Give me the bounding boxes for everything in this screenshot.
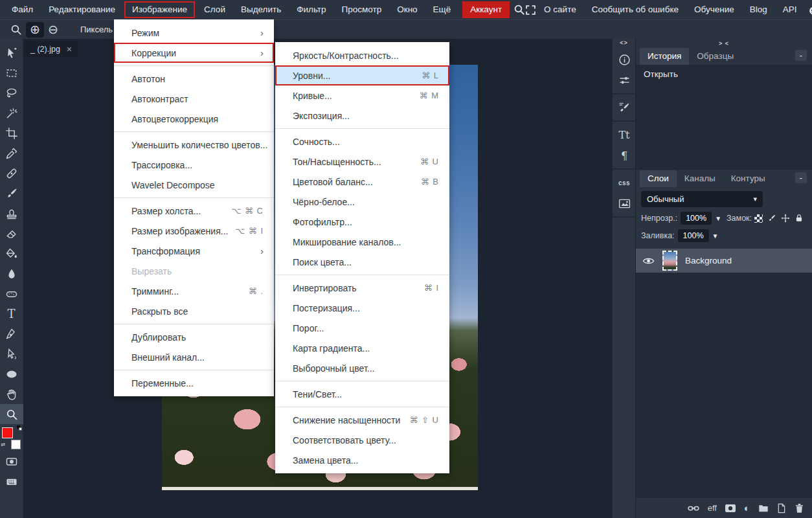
eraser-tool[interactable] — [0, 223, 23, 243]
add-mask-icon[interactable] — [725, 504, 736, 512]
menu-more[interactable]: Ещё — [425, 0, 459, 19]
menu-item-reduce-colors[interactable]: Уменьшить количество цветов... — [114, 135, 274, 155]
menu-item-exposure[interactable]: Экспозиция... — [275, 106, 449, 126]
tab-swatches[interactable]: Образцы — [689, 48, 741, 65]
new-layer-icon[interactable] — [777, 503, 786, 513]
menu-item-replace-color[interactable]: Замена цвета... — [275, 450, 449, 470]
link-about[interactable]: О сайте — [536, 0, 584, 19]
clone-stamp-tool[interactable] — [0, 203, 23, 223]
magic-wand-tool[interactable] — [0, 103, 23, 123]
menu-view[interactable]: Просмотр — [334, 0, 390, 19]
sponge-tool[interactable] — [0, 284, 23, 304]
link-layers-icon[interactable] — [688, 504, 699, 512]
opacity-dropdown-icon[interactable]: ▼ — [715, 215, 721, 222]
close-tab-icon[interactable]: × — [67, 44, 72, 54]
menu-item-selective-color[interactable]: Выборочный цвет... — [275, 358, 449, 378]
zoom-out-button[interactable]: ⊖ — [44, 22, 62, 38]
layer-thumbnail[interactable] — [662, 251, 677, 271]
menu-layer[interactable]: Слой — [196, 0, 233, 19]
opacity-value[interactable]: 100% — [681, 212, 712, 225]
color-swatches[interactable]: ⇄ — [0, 424, 23, 451]
menu-item-autocolor[interactable]: Автоцветокоррекция — [114, 109, 274, 129]
menu-item-black-white[interactable]: Чёрно-белое... — [275, 192, 449, 212]
css-panel-icon[interactable]: css — [613, 172, 636, 193]
history-entry-open[interactable]: Открыть — [636, 65, 812, 84]
menu-edit[interactable]: Редактирование — [41, 0, 123, 19]
link-report[interactable]: Сообщить об ошибке — [584, 0, 686, 19]
menu-item-color-lookup[interactable]: Поиск цвета... — [275, 252, 449, 272]
menu-item-variables[interactable]: Переменные... — [114, 373, 274, 393]
menu-item-mode[interactable]: Режим › — [114, 23, 274, 43]
layer-effects-icon[interactable]: eff — [708, 503, 717, 513]
document-tab[interactable]: _ (2).jpg × — [24, 41, 78, 57]
search-icon[interactable] — [513, 0, 525, 19]
reddit-icon[interactable] — [805, 0, 812, 19]
menu-item-levels[interactable]: Уровни... ⌘ L — [275, 65, 449, 85]
collapse-history-button[interactable]: - — [795, 50, 807, 61]
menu-item-desaturate[interactable]: Снижение насыщенности ⌘ ⇧ U — [275, 410, 449, 430]
new-folder-icon[interactable] — [758, 504, 769, 513]
brush-settings-panel-icon[interactable] — [613, 97, 636, 118]
menu-item-color-balance[interactable]: Цветовой баланс... ⌘ B — [275, 172, 449, 192]
tab-paths[interactable]: Контуры — [723, 170, 773, 187]
menu-file[interactable]: Файл — [4, 0, 41, 19]
menu-window[interactable]: Окно — [389, 0, 425, 19]
image-panel-icon[interactable] — [613, 193, 636, 214]
pen-tool[interactable] — [0, 324, 23, 344]
link-learn[interactable]: Обучение — [686, 0, 742, 19]
menu-item-reveal-all[interactable]: Раскрыть все — [114, 301, 274, 321]
menu-item-posterize[interactable]: Постеризация... — [275, 298, 449, 318]
eyedropper-tool[interactable] — [0, 143, 23, 163]
keyboard-shortcuts-icon[interactable] — [0, 471, 23, 491]
menu-item-autotone[interactable]: Автотон — [114, 69, 274, 89]
menu-item-photo-filter[interactable]: Фотофильтр... — [275, 212, 449, 232]
fill-value[interactable]: 100% — [678, 229, 709, 242]
tab-history[interactable]: История — [640, 48, 689, 65]
menu-item-channel-mixer[interactable]: Микширование каналов... — [275, 232, 449, 252]
menu-image[interactable]: Изображение — [124, 1, 195, 18]
quick-mask-toggle[interactable] — [0, 451, 23, 471]
menu-item-match-color[interactable]: Соответствовать цвету... — [275, 430, 449, 450]
menu-item-trim[interactable]: Тримминг... ⌘ . — [114, 281, 274, 301]
swap-colors-icon[interactable]: ⇄ — [1, 442, 6, 447]
brush-tool[interactable] — [0, 183, 23, 203]
delete-layer-icon[interactable] — [795, 503, 804, 513]
lasso-tool[interactable] — [0, 83, 23, 103]
layer-row-background[interactable]: Background — [636, 249, 812, 273]
fill-dropdown-icon[interactable]: ▼ — [712, 232, 719, 240]
menu-item-image-size[interactable]: Размер изображения... ⌥ ⌘ I — [114, 221, 274, 241]
menu-item-vibrance[interactable]: Сочность... — [275, 131, 449, 152]
info-panel-icon[interactable] — [613, 49, 636, 70]
menu-item-brightness-contrast[interactable]: Яркость/Контрастность... — [275, 45, 449, 65]
menu-item-duplicate[interactable]: Дублировать — [114, 327, 274, 347]
move-tool[interactable] — [0, 43, 23, 63]
tab-channels[interactable]: Каналы — [677, 170, 723, 187]
hand-tool[interactable] — [0, 384, 23, 404]
lock-paint-icon[interactable] — [767, 214, 776, 223]
account-button[interactable]: Аккаунт — [462, 1, 510, 18]
zoom-in-button[interactable]: ⊕ — [26, 22, 44, 38]
properties-panel-icon[interactable] — [613, 70, 636, 91]
path-select-tool[interactable] — [0, 344, 23, 364]
menu-item-vectorize[interactable]: Трассировка... — [114, 155, 274, 175]
add-adjustment-icon[interactable]: ◐ — [744, 503, 750, 513]
paint-bucket-tool[interactable] — [0, 243, 23, 264]
background-color-swatch[interactable] — [11, 440, 21, 449]
blur-tool[interactable] — [0, 264, 23, 284]
tab-layers[interactable]: Слои — [640, 170, 677, 187]
foreground-color-swatch[interactable] — [2, 427, 13, 438]
collapse-rail-handle[interactable]: <> — [613, 39, 635, 47]
blend-mode-select[interactable]: Обычный ▾ — [641, 191, 763, 207]
ellipse-shape-tool[interactable] — [0, 364, 23, 384]
menu-item-gradient-map[interactable]: Карта градиента... — [275, 338, 449, 358]
menu-item-wavelet[interactable]: Wavelet Decompose — [114, 175, 274, 195]
zoom-tool[interactable] — [0, 404, 23, 424]
menu-item-autocontrast[interactable]: Автоконтраст — [114, 89, 274, 109]
lock-all-icon[interactable] — [795, 214, 804, 223]
menu-select[interactable]: Выделить — [233, 0, 289, 19]
menu-item-apply-image[interactable]: Внешний канал... — [114, 347, 274, 367]
lock-position-icon[interactable] — [781, 214, 790, 223]
fullscreen-icon[interactable] — [525, 0, 536, 19]
link-blog[interactable]: Blog — [742, 0, 775, 19]
type-tool[interactable]: T — [0, 304, 23, 324]
